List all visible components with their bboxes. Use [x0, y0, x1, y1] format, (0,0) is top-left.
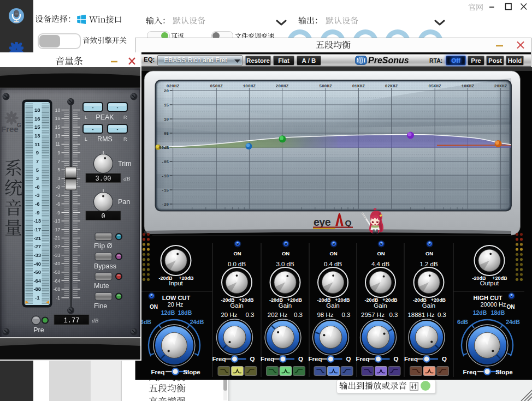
svg-text:Gain: Gain: [422, 302, 435, 309]
svg-text:-17: -17: [54, 227, 60, 232]
svg-text:-3: -3: [56, 193, 61, 198]
svg-text:Trim: Trim: [118, 160, 132, 167]
svg-text:10KHZ: 10KHZ: [462, 84, 475, 88]
svg-text:Output: Output: [480, 280, 499, 286]
svg-text:Mute: Mute: [94, 282, 109, 290]
svg-text:-: -: [92, 127, 94, 132]
svg-text:2957 Hz: 2957 Hz: [361, 312, 385, 318]
svg-text:10: 10: [164, 117, 169, 122]
svg-text:00dB: 00dB: [159, 146, 169, 150]
svg-text:-3: -3: [35, 192, 39, 198]
svg-text:7: 7: [36, 158, 39, 164]
svg-text:11: 11: [34, 141, 40, 147]
svg-text:-13: -13: [54, 218, 60, 224]
svg-text:24dB: 24dB: [506, 319, 520, 325]
svg-text:9: 9: [57, 150, 60, 155]
svg-text:Fine: Fine: [94, 302, 107, 310]
svg-text:050HZ: 050HZ: [210, 84, 223, 88]
svg-text:ON: ON: [507, 304, 515, 310]
svg-text:15: 15: [55, 124, 61, 130]
svg-text:ON: ON: [150, 304, 158, 310]
svg-text:-33: -33: [33, 252, 41, 258]
svg-text:7: 7: [57, 159, 60, 164]
svg-text:1.77: 1.77: [64, 317, 80, 325]
svg-text:Q: Q: [298, 356, 303, 362]
svg-text:Bypass: Bypass: [94, 262, 116, 270]
svg-text:5: 5: [57, 167, 60, 172]
svg-text:L: L: [85, 136, 87, 142]
svg-text:18dB: 18dB: [178, 309, 192, 316]
svg-text:12dB: 12dB: [161, 309, 175, 316]
svg-text:0.3: 0.3: [438, 312, 446, 318]
svg-text:20000 Hz: 20000 Hz: [480, 301, 506, 308]
svg-text:16: 16: [34, 116, 40, 122]
svg-text:-21: -21: [33, 235, 41, 241]
svg-text:05: 05: [164, 131, 169, 136]
svg-text:-10: -10: [161, 174, 169, 178]
svg-text:-64: -64: [33, 278, 41, 284]
svg-text:-1: -1: [56, 295, 61, 301]
svg-text:Slope: Slope: [495, 369, 512, 375]
svg-text:18dB: 18dB: [491, 309, 505, 316]
svg-text:Freq: Freq: [309, 356, 322, 362]
svg-text:ON: ON: [377, 250, 385, 256]
svg-text:-88: -88: [54, 286, 60, 292]
svg-text:Freq: Freq: [404, 356, 418, 362]
svg-text:6dB: 6dB: [457, 319, 468, 325]
svg-text:18: 18: [55, 107, 61, 113]
svg-text:-0: -0: [35, 184, 39, 190]
svg-text:ON: ON: [282, 250, 289, 256]
svg-text:500HZ: 500HZ: [319, 84, 332, 88]
svg-text:11: 11: [55, 141, 60, 147]
svg-text:ON: ON: [425, 250, 433, 256]
svg-text:24dB: 24dB: [190, 319, 204, 325]
svg-text:LOW CUT: LOW CUT: [162, 295, 191, 301]
svg-text:13: 13: [34, 133, 40, 139]
svg-text:18881 Hz: 18881 Hz: [407, 312, 434, 318]
svg-text:-: -: [117, 127, 119, 132]
svg-text:202 Hz: 202 Hz: [268, 312, 288, 318]
svg-text:6dB: 6dB: [140, 319, 151, 325]
svg-text:0.3: 0.3: [342, 312, 351, 318]
svg-text:0.4 dB: 0.4 dB: [324, 261, 342, 267]
svg-text:-: -: [92, 105, 94, 110]
svg-text:Pre: Pre: [33, 326, 44, 334]
svg-text:R: R: [123, 136, 127, 142]
svg-text:Input: Input: [169, 280, 183, 286]
svg-text:9: 9: [36, 149, 39, 155]
svg-text:-13: -13: [33, 218, 41, 224]
svg-text:-6: -6: [56, 201, 61, 207]
svg-text:020HZ: 020HZ: [167, 84, 180, 88]
svg-text:100HZ: 100HZ: [243, 84, 256, 88]
svg-text:3.00: 3.00: [96, 175, 111, 183]
svg-text:20 Hz: 20 Hz: [221, 312, 237, 318]
svg-text:0.3: 0.3: [389, 312, 398, 318]
svg-text:HIGH CUT: HIGH CUT: [473, 295, 502, 301]
svg-text:-40: -40: [33, 261, 41, 267]
svg-text:PreSonus: PreSonus: [368, 56, 409, 65]
svg-text:dB: dB: [92, 317, 99, 324]
svg-text:-21: -21: [54, 235, 60, 241]
svg-text:R: R: [123, 115, 127, 120]
svg-text:98 Hz: 98 Hz: [317, 312, 333, 318]
svg-text:-88: -88: [33, 286, 41, 292]
svg-text:L: L: [85, 115, 87, 120]
svg-text:-40: -40: [54, 261, 60, 266]
svg-text:Freq: Freq: [463, 369, 477, 375]
svg-text:-9: -9: [35, 210, 39, 216]
svg-text:PEAK: PEAK: [96, 113, 114, 121]
svg-text:3: 3: [36, 175, 39, 181]
svg-text:Gain: Gain: [230, 302, 243, 309]
svg-text:18: 18: [34, 107, 40, 113]
svg-text:5: 5: [36, 167, 39, 173]
svg-text:20: 20: [164, 89, 169, 93]
svg-text:200HZ: 200HZ: [276, 84, 289, 88]
svg-text:dB: dB: [123, 175, 131, 182]
svg-text:-20: -20: [161, 202, 169, 207]
svg-text:05KHZ: 05KHZ: [428, 84, 441, 88]
svg-text:0.3: 0.3: [294, 312, 303, 318]
svg-text:16: 16: [55, 116, 61, 121]
svg-text:Freq: Freq: [261, 356, 274, 362]
svg-text:-6: -6: [35, 201, 39, 207]
svg-text:15: 15: [34, 124, 40, 130]
